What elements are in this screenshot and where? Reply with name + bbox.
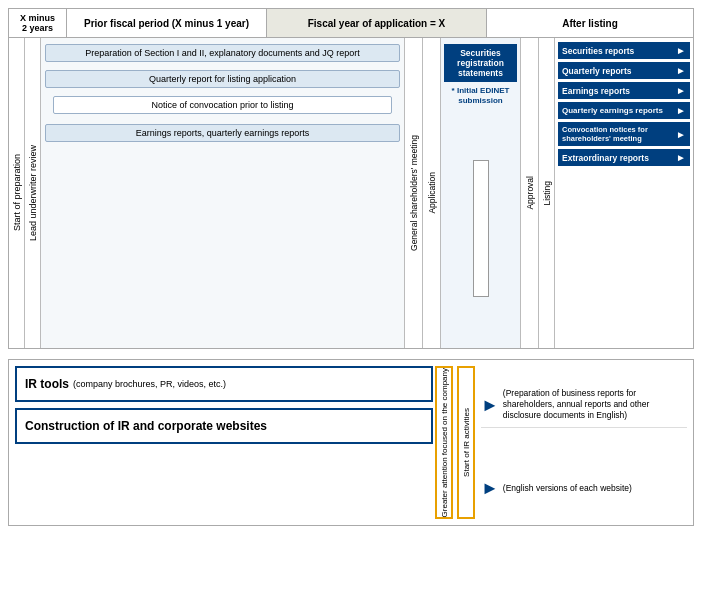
listing-label: Listing (542, 181, 552, 206)
bottom-right: ► (Preparation of business reports for s… (477, 366, 687, 519)
top-diagram: X minus 2 years Prior fiscal period (X m… (8, 8, 694, 349)
after-arrow-3: ► (676, 105, 686, 116)
arrow-right-bottom: ► (481, 479, 499, 497)
main-item-3: Earnings reports, quarterly earnings rep… (45, 124, 400, 142)
col-general: General shareholders' meeting (405, 38, 423, 348)
diagram-body: Start of preparation Lead underwriter re… (9, 38, 693, 348)
right-text-2: (English versions of each website) (503, 483, 632, 494)
header-col3-label: Fiscal year of application = X (308, 18, 446, 29)
greater-col: Greater attention focused on the company (435, 366, 453, 519)
header-col4-label: After listing (562, 18, 618, 29)
col-start-prep: Start of preparation (9, 38, 25, 348)
after-item-0: Securities reports ► (558, 42, 690, 59)
edinet-note: * Initial EDINET submission (444, 86, 517, 107)
corp-website-box: Construction of IR and corporate website… (15, 408, 433, 444)
start-ir-label: Start of IR activities (462, 408, 471, 477)
start-ir-col: Start of IR activities (457, 366, 475, 519)
start-prep-label: Start of preparation (12, 154, 22, 231)
bottom-left: IR tools (company brochures, PR, videos,… (15, 366, 433, 519)
right-top-row: ► (Preparation of business reports for s… (481, 388, 687, 428)
bottom-layout: IR tools (company brochures, PR, videos,… (15, 366, 687, 519)
arrow-right-top: ► (481, 396, 499, 414)
header-col1-label: X minus 2 years (20, 13, 55, 33)
corp-website-label: Construction of IR and corporate website… (25, 419, 267, 433)
header-after: After listing (487, 9, 693, 37)
col-main: Preparation of Section I and II, explana… (41, 38, 405, 348)
right-text-1: (Preparation of business reports for sha… (503, 388, 687, 421)
main-item-1: Quarterly report for listing application (45, 70, 400, 88)
col-after: Securities reports ► Quarterly reports ►… (555, 38, 693, 348)
approval-label: Approval (525, 176, 535, 210)
after-item-5: Extraordinary reports ► (558, 149, 690, 166)
header-col2-label: Prior fiscal period (X minus 1 year) (84, 18, 249, 29)
ir-tools-box: IR tools (company brochures, PR, videos,… (15, 366, 433, 402)
main-container: X minus 2 years Prior fiscal period (X m… (0, 0, 702, 534)
col-secbox: Securities registration statements * Ini… (441, 38, 521, 348)
header-fiscal: Fiscal year of application = X (267, 9, 487, 37)
col-approval: Approval (521, 38, 539, 348)
general-label: General shareholders' meeting (409, 135, 419, 251)
after-item-4: Convocation notices for shareholders' me… (558, 122, 690, 146)
header-prior: Prior fiscal period (X minus 1 year) (67, 9, 267, 37)
after-item-1: Quarterly reports ► (558, 62, 690, 79)
col-listing: Listing (539, 38, 555, 348)
ir-tools-sub: (company brochures, PR, videos, etc.) (73, 379, 226, 389)
after-arrow-0: ► (676, 45, 686, 56)
right-bottom-row: ► (English versions of each website) (481, 479, 687, 497)
after-arrow-1: ► (676, 65, 686, 76)
after-item-3: Quarterly earnings reports ► (558, 102, 690, 119)
application-label: Application (427, 172, 437, 214)
header-row: X minus 2 years Prior fiscal period (X m… (9, 9, 693, 38)
main-item-0: Preparation of Section I and II, explana… (45, 44, 400, 62)
bottom-section: IR tools (company brochures, PR, videos,… (8, 359, 694, 526)
greater-label: Greater attention focused on the company (440, 368, 449, 517)
after-arrow-4: ► (676, 129, 686, 140)
after-arrow-2: ► (676, 85, 686, 96)
ir-tools-label: IR tools (25, 377, 69, 391)
main-item-2: Notice of convocation prior to listing (53, 96, 392, 114)
after-item-2: Earnings reports ► (558, 82, 690, 99)
header-xminus2: X minus 2 years (9, 9, 67, 37)
col-lead: Lead underwriter review (25, 38, 41, 348)
col-application: Application (423, 38, 441, 348)
after-arrow-5: ► (676, 152, 686, 163)
lead-underwriter-label: Lead underwriter review (28, 145, 38, 241)
sec-reg-box: Securities registration statements (444, 44, 517, 82)
